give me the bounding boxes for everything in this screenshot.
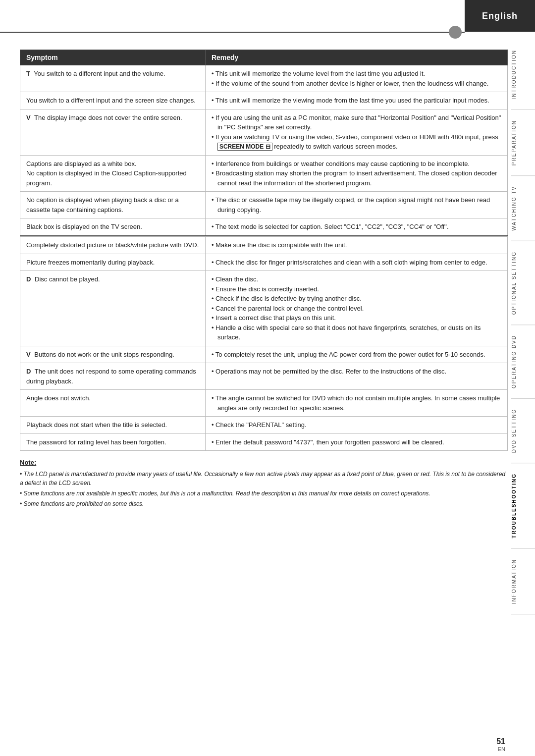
remedy-cell: Check the "PARENTAL" setting. — [205, 417, 507, 434]
symptom-cell: The password for rating level has been f… — [20, 433, 206, 451]
remedy-item: Operations may not be permitted by the d… — [212, 367, 501, 377]
table-row: No caption is displayed when playing bac… — [20, 192, 508, 218]
remedy-cell: Operations may not be permitted by the d… — [205, 363, 507, 390]
sidebar-introduction: INTRODUCTION — [511, 40, 535, 110]
symptom-cell: D Disc cannot be played. — [20, 271, 206, 346]
table-row: Black box is displayed on the TV screen.… — [20, 218, 508, 236]
remedy-cell: Check the disc for finger prints/scratch… — [205, 254, 507, 271]
remedy-item: Interference from buildings or weather c… — [212, 159, 501, 169]
note-title: Note: — [20, 459, 36, 466]
remedy-item: If the volume of the sound from another … — [212, 79, 501, 89]
symptom-cell: Completely distorted picture or black/wh… — [20, 237, 206, 254]
sidebar-information: INFORMATION — [511, 549, 535, 614]
remedy-item: If you are watching TV or using the vide… — [212, 132, 501, 152]
remedy-item: Enter the default password "4737", then … — [212, 437, 501, 447]
troubleshooting-table: Symptom Remedy T You switch to a differe… — [20, 50, 508, 451]
row-marker: D — [26, 274, 31, 284]
table-row: Completely distorted picture or black/wh… — [20, 237, 508, 254]
note-section: Note: The LCD panel is manufactured to p… — [20, 458, 508, 508]
remedy-item: Clean the disc. — [212, 274, 501, 284]
table-row: T You switch to a different input and th… — [20, 65, 508, 92]
symptom-cell: D The unit does not respond to some oper… — [20, 363, 206, 390]
col-header-remedy: Remedy — [205, 50, 507, 65]
table-row: Captions are displayed as a white box. N… — [20, 155, 508, 192]
row-marker: V — [26, 350, 31, 360]
remedy-item: Handle a disc with special care so that … — [212, 323, 501, 342]
page-lang: EN — [498, 746, 505, 752]
remedy-item: The disc or cassette tape may be illegal… — [212, 195, 501, 215]
symptom-cell: V Buttons do not work or the unit stops … — [20, 346, 206, 363]
main-content: Symptom Remedy T You switch to a differe… — [20, 50, 508, 530]
symptom-cell: No caption is displayed when playing bac… — [20, 192, 206, 218]
remedy-item: Cancel the parental lock or change the c… — [212, 304, 501, 314]
symptom-cell: Playback does not start when the title i… — [20, 417, 206, 434]
sidebar-dvd-setting: DVD SETTING — [511, 399, 535, 463]
note-list: The LCD panel is manufactured to provide… — [20, 470, 508, 508]
sidebar-optional-setting: OPTIONAL SETTING — [511, 241, 535, 325]
sidebar-watching-tv: WATCHING TV — [511, 176, 535, 241]
note-item: Some functions are prohibited on some di… — [20, 499, 508, 508]
symptom-cell: Picture freezes momentarily during playb… — [20, 254, 206, 271]
symptom-cell: T You switch to a different input and th… — [20, 65, 206, 92]
table-row: Angle does not switch. The angle cannot … — [20, 390, 508, 417]
remedy-item: This unit will memorize the viewing mode… — [212, 96, 501, 106]
sidebar-troubleshooting: TROUBLESHOOTING — [511, 463, 535, 549]
remedy-cell: Make sure the disc is compatible with th… — [205, 237, 507, 254]
remedy-item: Ensure the disc is correctly inserted. — [212, 284, 501, 294]
table-row: You switch to a different input and the … — [20, 92, 508, 109]
col-header-symptom: Symptom — [20, 50, 206, 65]
row-marker: T — [26, 69, 30, 79]
remedy-item: Check if the disc is defective by trying… — [212, 294, 501, 304]
note-item: Some functions are not available in spec… — [20, 489, 508, 498]
top-rule — [0, 32, 465, 33]
symptom-cell: Angle does not switch. — [20, 390, 206, 417]
page-number: 51 — [496, 737, 505, 746]
remedy-item: The text mode is selected for caption. S… — [212, 222, 501, 232]
remedy-item: If you are using the unit as a PC monito… — [212, 113, 501, 132]
table-row: V Buttons do not work or the unit stops … — [20, 346, 508, 363]
remedy-cell: Interference from buildings or weather c… — [205, 155, 507, 192]
table-row: D Disc cannot be played. Clean the disc.… — [20, 271, 508, 346]
circle-accent — [449, 26, 462, 39]
symptom-cell: Black box is displayed on the TV screen. — [20, 218, 206, 236]
row-marker: D — [26, 367, 31, 377]
remedy-cell: To completely reset the unit, unplug the… — [205, 346, 507, 363]
right-sidebar: INTRODUCTION PREPARATION WATCHING TV OPT… — [511, 0, 535, 756]
sidebar-preparation: PREPARATION — [511, 110, 535, 176]
sidebar-operating-dvd: OPERATING DVD — [511, 325, 535, 399]
remedy-item: Check the "PARENTAL" setting. — [212, 420, 501, 430]
remedy-item: This unit will memorize the volume level… — [212, 69, 501, 79]
table-row: Picture freezes momentarily during playb… — [20, 254, 508, 271]
remedy-cell: This unit will memorize the volume level… — [205, 65, 507, 92]
remedy-cell: The text mode is selected for caption. S… — [205, 218, 507, 236]
remedy-cell: This unit will memorize the viewing mode… — [205, 92, 507, 109]
symptom-cell: You switch to a different input and the … — [20, 92, 206, 109]
table-row: D The unit does not respond to some oper… — [20, 363, 508, 390]
remedy-cell: Clean the disc. Ensure the disc is corre… — [205, 271, 507, 346]
screen-mode-label: SCREEN MODE ⊟ — [217, 143, 272, 151]
remedy-cell: The disc or cassette tape may be illegal… — [205, 192, 507, 218]
row-marker: V — [26, 113, 31, 123]
symptom-cell: V The display image does not cover the e… — [20, 109, 206, 155]
remedy-item: Make sure the disc is compatible with th… — [212, 240, 501, 250]
note-item: The LCD panel is manufactured to provide… — [20, 470, 508, 487]
remedy-item: Check the disc for finger prints/scratch… — [212, 258, 501, 268]
table-row: Playback does not start when the title i… — [20, 417, 508, 434]
remedy-cell: The angle cannot be switched for DVD whi… — [205, 390, 507, 417]
remedy-item: Insert a correct disc that plays on this… — [212, 313, 501, 323]
table-row: V The display image does not cover the e… — [20, 109, 508, 155]
remedy-item: The angle cannot be switched for DVD whi… — [212, 393, 501, 413]
symptom-cell: Captions are displayed as a white box. N… — [20, 155, 206, 192]
remedy-cell: If you are using the unit as a PC monito… — [205, 109, 507, 155]
remedy-item: Broadcasting station may shorten the pro… — [212, 168, 501, 188]
remedy-cell: Enter the default password "4737", then … — [205, 433, 507, 451]
remedy-item: To completely reset the unit, unplug the… — [212, 350, 501, 360]
table-row: The password for rating level has been f… — [20, 433, 508, 451]
